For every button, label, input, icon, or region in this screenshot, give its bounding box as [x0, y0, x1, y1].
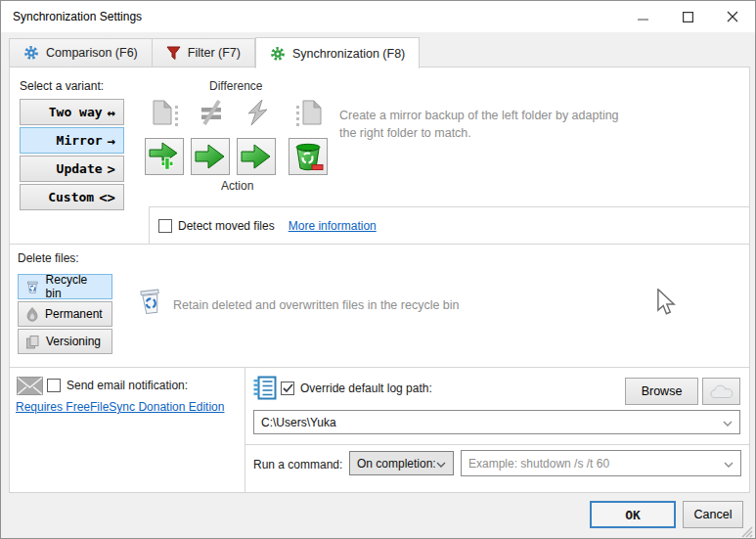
override-log-path-checkbox[interactable]: [281, 382, 294, 395]
recycle-bin-icon: [25, 280, 40, 294]
gear-blue-icon: [23, 45, 39, 61]
detect-moved-files-row: Detect moved files More information: [149, 206, 749, 244]
email-row: Send email notification:: [47, 379, 188, 392]
variant-update-button[interactable]: Update >: [20, 156, 124, 182]
recycle-delete-icon: [292, 141, 324, 172]
minimize-button[interactable]: [620, 1, 665, 32]
detect-moved-files-checkbox[interactable]: [158, 219, 172, 233]
command-input-combobox[interactable]: Example: shutdown /s /t 60: [461, 450, 741, 476]
action-delete-button[interactable]: [289, 138, 328, 175]
action-create-right-button[interactable]: [145, 138, 184, 175]
command-when-value: On completion:: [357, 457, 436, 471]
run-command-label: Run a command:: [253, 458, 342, 472]
title-bar: Synchronization Settings: [1, 1, 755, 32]
mouse-cursor: [656, 289, 676, 316]
chevron-down-icon: [723, 416, 733, 429]
ok-button[interactable]: OK: [590, 501, 676, 528]
conflict-bolt-icon: [239, 95, 276, 130]
separator: [10, 367, 749, 368]
variant-description: Create a mirror backup of the left folde…: [339, 107, 633, 142]
recycle-bin-large-icon: [137, 287, 164, 319]
checkmark-icon: [283, 383, 293, 393]
synchronization-settings-dialog: Synchronization Settings Comparison (F6): [0, 0, 756, 539]
custom-arrow-icon: <>: [99, 190, 115, 205]
maximize-icon: [683, 12, 693, 22]
tab-synchronization[interactable]: Synchronization (F8): [255, 37, 420, 68]
cloud-button[interactable]: [702, 378, 740, 405]
delete-files-label: Delete files:: [18, 251, 79, 265]
tab-label: Synchronization (F8): [292, 47, 405, 61]
maximize-button[interactable]: [665, 1, 710, 32]
delete-permanent-button[interactable]: Permanent: [18, 301, 112, 327]
delete-option-label: Permanent: [45, 307, 103, 321]
flame-icon: [25, 307, 39, 322]
close-icon: [727, 11, 738, 22]
close-button[interactable]: [710, 1, 755, 32]
command-placeholder: Example: shutdown /s /t 60: [468, 457, 609, 471]
logfile-icon: [253, 376, 277, 403]
arrow-right-create-icon: [149, 142, 180, 171]
separator: [245, 444, 749, 445]
file-right-only-icon: [290, 95, 328, 130]
gear-green-icon: [270, 46, 286, 62]
tab-label: Filter (F7): [188, 46, 241, 60]
log-row: Override default log path:: [281, 382, 432, 395]
log-path-value: C:\Users\Yuka: [261, 416, 336, 429]
sync-settings-panel: Select a variant: Two way ↔ Mirror → Upd…: [9, 67, 750, 493]
window-title: Synchronization Settings: [13, 10, 142, 23]
envelope-icon: [17, 377, 43, 398]
variant-mirror-button[interactable]: Mirror →: [20, 127, 124, 154]
action-update-right-button[interactable]: [191, 138, 230, 175]
delete-description: Retain deleted and overwritten files in …: [173, 298, 460, 312]
variant-label: Update: [57, 161, 103, 176]
more-information-link[interactable]: More information: [289, 219, 377, 233]
override-log-path-label: Override default log path:: [300, 382, 432, 395]
action-update-right-button[interactable]: [237, 138, 276, 175]
tab-label: Comparison (F6): [46, 46, 138, 60]
tab-bar: Comparison (F6) Filter (F7) Synchronizat…: [9, 36, 420, 67]
browse-button[interactable]: Browse: [625, 378, 698, 405]
command-when-dropdown[interactable]: On completion:: [349, 451, 454, 475]
footer-bar: OK Cancel: [1, 493, 755, 539]
two-way-arrow-icon: ↔: [108, 105, 115, 120]
variant-label: Two way: [49, 105, 103, 119]
file-left-only-icon: [147, 95, 184, 130]
chevron-down-icon: [436, 457, 446, 471]
donation-edition-link[interactable]: Requires FreeFileSync Donation Edition: [16, 400, 224, 414]
select-variant-label: Select a variant:: [20, 79, 104, 93]
delete-recycle-bin-button[interactable]: Recycle bin: [18, 274, 112, 299]
variant-custom-button[interactable]: Custom <>: [20, 184, 124, 210]
difference-label: Difference: [209, 79, 262, 93]
update-arrow-icon: >: [108, 161, 115, 177]
chevron-down-icon: [724, 457, 734, 471]
variant-label: Mirror: [57, 133, 103, 148]
resize-grip[interactable]: [740, 525, 753, 538]
variant-two-way-button[interactable]: Two way ↔: [20, 99, 124, 125]
action-label: Action: [221, 179, 253, 193]
separator-vertical: [245, 367, 245, 492]
send-email-label: Send email notification:: [67, 379, 188, 392]
separator: [10, 244, 749, 245]
cancel-button[interactable]: Cancel: [683, 501, 743, 528]
funnel-red-icon: [166, 46, 181, 61]
delete-option-label: Versioning: [46, 335, 101, 348]
tab-filter[interactable]: Filter (F7): [153, 38, 255, 67]
cloud-icon: [710, 384, 734, 399]
delete-option-label: Recycle bin: [46, 273, 105, 300]
arrow-right-update-icon: [241, 143, 272, 170]
send-email-checkbox[interactable]: [47, 379, 61, 392]
variant-label: Custom: [48, 190, 94, 204]
log-path-combobox[interactable]: C:\Users\Yuka: [253, 410, 740, 434]
mirror-arrow-icon: →: [108, 133, 115, 149]
detect-moved-files-label: Detect moved files: [178, 219, 275, 233]
not-equal-icon: [193, 95, 230, 130]
versions-icon: [25, 335, 40, 349]
tab-comparison[interactable]: Comparison (F6): [9, 38, 153, 67]
delete-versioning-button[interactable]: Versioning: [18, 329, 112, 354]
minimize-icon: [638, 12, 648, 22]
arrow-right-update-icon: [195, 143, 226, 170]
